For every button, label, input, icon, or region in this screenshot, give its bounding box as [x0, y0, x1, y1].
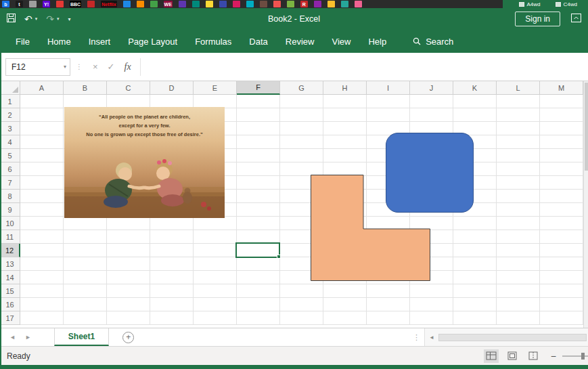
cell-G3[interactable]: [280, 122, 323, 135]
cell-G6[interactable]: [280, 162, 323, 176]
cell-E1[interactable]: [194, 95, 237, 108]
normal-view-icon[interactable]: [484, 349, 499, 363]
row-header-9[interactable]: 9: [0, 203, 20, 217]
cell-J2[interactable]: [410, 108, 453, 122]
row-header-13[interactable]: 13: [0, 257, 20, 271]
ribbon-tab-file[interactable]: File: [7, 30, 39, 53]
cell-C15[interactable]: [107, 284, 150, 298]
bookmark-favicon[interactable]: [150, 1, 158, 7]
cell-F4[interactable]: [237, 135, 280, 149]
cell-A7[interactable]: [20, 176, 64, 190]
cell-L7[interactable]: [497, 176, 540, 190]
row-header-8[interactable]: 8: [0, 190, 20, 203]
cell-B17[interactable]: [64, 311, 107, 325]
cell-F15[interactable]: [237, 284, 280, 298]
cell-M9[interactable]: [540, 203, 583, 217]
vertical-scrollbar[interactable]: [583, 81, 588, 328]
cell-A6[interactable]: [20, 162, 64, 176]
scroll-left-icon[interactable]: ◄: [429, 334, 434, 341]
cell-K13[interactable]: [453, 257, 497, 271]
cell-B1[interactable]: [64, 95, 107, 108]
cell-E16[interactable]: [194, 298, 237, 311]
cell-M8[interactable]: [540, 190, 583, 203]
cell-A15[interactable]: [20, 284, 64, 298]
row-header-12[interactable]: 12: [0, 244, 20, 257]
cell-F7[interactable]: [237, 176, 280, 190]
cell-F11[interactable]: [237, 230, 280, 244]
cell-B16[interactable]: [64, 298, 107, 311]
column-header-J[interactable]: J: [410, 81, 453, 95]
cell-L13[interactable]: [497, 257, 540, 271]
column-header-D[interactable]: D: [150, 81, 194, 95]
column-header-B[interactable]: B: [64, 81, 107, 95]
cell-B11[interactable]: [64, 230, 107, 244]
cell-M6[interactable]: [540, 162, 583, 176]
cell-L10[interactable]: [497, 217, 540, 230]
cell-I1[interactable]: [367, 95, 410, 108]
cell-M16[interactable]: [540, 298, 583, 311]
row-header-17[interactable]: 17: [0, 311, 20, 325]
cell-D15[interactable]: [150, 284, 194, 298]
ribbon-display-options-icon[interactable]: [571, 13, 581, 25]
bookmark-favicon[interactable]: [179, 1, 186, 7]
cell-M11[interactable]: [540, 230, 583, 244]
zoom-slider[interactable]: [562, 355, 588, 357]
zoom-slider-thumb[interactable]: [581, 353, 585, 360]
bookmark-favicon[interactable]: [56, 1, 64, 7]
cell-C11[interactable]: [107, 230, 150, 244]
cell-L14[interactable]: [497, 271, 540, 284]
ribbon-tab-view[interactable]: View: [323, 30, 359, 53]
cell-H5[interactable]: [323, 149, 367, 162]
row-header-4[interactable]: 4: [0, 135, 20, 149]
cell-B12[interactable]: [64, 244, 107, 257]
cell-E15[interactable]: [194, 284, 237, 298]
zoom-out-icon[interactable]: −: [551, 351, 556, 362]
cell-L4[interactable]: [497, 135, 540, 149]
save-icon[interactable]: [7, 13, 16, 25]
cell-M3[interactable]: [540, 122, 583, 135]
column-header-M[interactable]: M: [540, 81, 583, 95]
cell-E11[interactable]: [194, 230, 237, 244]
cell-M1[interactable]: [540, 95, 583, 108]
cell-K1[interactable]: [453, 95, 497, 108]
cell-F10[interactable]: [237, 217, 280, 230]
row-header-7[interactable]: 7: [0, 176, 20, 190]
cell-D17[interactable]: [150, 311, 194, 325]
page-layout-view-icon[interactable]: [505, 349, 520, 363]
cell-A13[interactable]: [20, 257, 64, 271]
cell-F17[interactable]: [237, 311, 280, 325]
cell-J16[interactable]: [410, 298, 453, 311]
row-header-2[interactable]: 2: [0, 108, 20, 122]
bookmark-favicon[interactable]: [273, 1, 281, 7]
cell-L5[interactable]: [497, 149, 540, 162]
cell-E14[interactable]: [194, 271, 237, 284]
cell-C13[interactable]: [107, 257, 150, 271]
cell-F1[interactable]: [237, 95, 280, 108]
cell-H4[interactable]: [323, 135, 367, 149]
ribbon-tab-formulas[interactable]: Formulas: [186, 30, 240, 53]
cell-F16[interactable]: [237, 298, 280, 311]
name-box-dropdown-icon[interactable]: ▾: [64, 64, 70, 70]
column-header-E[interactable]: E: [194, 81, 237, 95]
sheet-nav-right-icon[interactable]: ►: [25, 334, 31, 341]
cell-L11[interactable]: [497, 230, 540, 244]
column-header-A[interactable]: A: [20, 81, 64, 95]
cell-G4[interactable]: [280, 135, 323, 149]
sign-in-button[interactable]: Sign in: [515, 12, 560, 26]
bookmark-favicon[interactable]: [233, 1, 240, 7]
redo-dropdown-icon[interactable]: ▾: [57, 16, 60, 22]
cell-M15[interactable]: [540, 284, 583, 298]
ribbon-tab-help[interactable]: Help: [359, 30, 395, 53]
cell-D1[interactable]: [150, 95, 194, 108]
vertical-scrollbar-thumb[interactable]: [585, 83, 588, 171]
tab-scroll-splitter[interactable]: ⋮: [413, 333, 424, 342]
cell-C1[interactable]: [107, 95, 150, 108]
bookmark-favicon[interactable]: b: [2, 1, 9, 7]
redo-button[interactable]: ↷: [46, 14, 54, 24]
cell-B10[interactable]: [64, 217, 107, 230]
cell-M12[interactable]: [540, 244, 583, 257]
cell-L2[interactable]: [497, 108, 540, 122]
cell-I17[interactable]: [367, 311, 410, 325]
bookmark-favicon[interactable]: R: [300, 1, 308, 7]
cell-D16[interactable]: [150, 298, 194, 311]
